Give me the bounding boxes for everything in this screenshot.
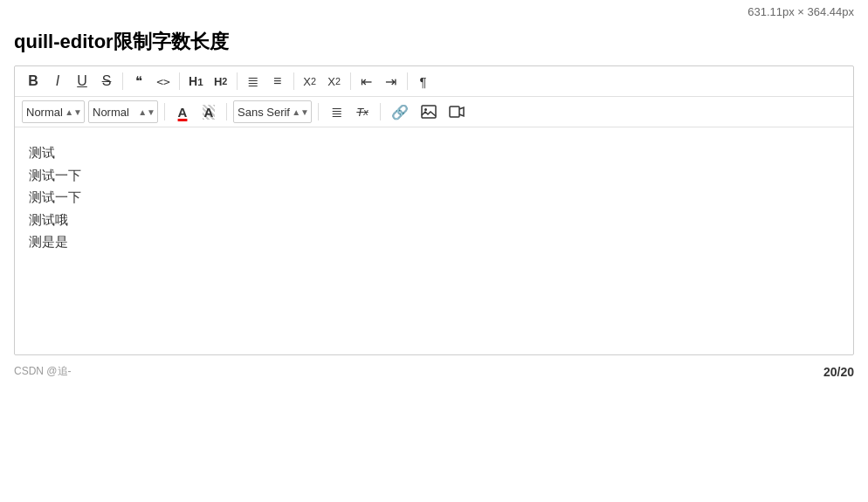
highlight-button[interactable]: A: [197, 100, 220, 123]
toolbar-row2: Normal Small Large Huge ▲▼ Normal Serif …: [15, 97, 853, 127]
highlight-label: A: [203, 105, 216, 120]
quill-editor: B I U S ❝ <> H1 H2 ≣ ≡ X2 X2 ⇤ ⇥ ¶ Norma…: [14, 65, 854, 355]
fontfamily-select[interactable]: Sans Serif Serif Monospace: [233, 100, 312, 123]
unordered-list-button[interactable]: ≡: [266, 70, 289, 93]
align-button[interactable]: ≣: [325, 100, 348, 123]
underline-button[interactable]: U: [71, 70, 93, 93]
content-line-5: 测是是: [29, 230, 839, 253]
toolbar-row1: B I U S ❝ <> H1 H2 ≣ ≡ X2 X2 ⇤ ⇥ ¶: [15, 66, 853, 97]
content-line-4: 测试哦: [29, 209, 839, 231]
dimension-text: 631.11px × 364.44px: [747, 5, 854, 18]
svg-rect-0: [422, 106, 436, 118]
indent-right-button[interactable]: ⇥: [380, 70, 403, 93]
csdn-label: CSDN @追-: [14, 364, 72, 379]
content-line-3: 测试一下: [29, 186, 839, 209]
svg-rect-2: [450, 107, 459, 117]
svg-point-1: [424, 108, 427, 111]
superscript-button[interactable]: X2: [323, 70, 346, 93]
size-select-wrapper: Normal Small Large Huge ▲▼: [22, 100, 85, 123]
ordered-list-button[interactable]: ≣: [242, 70, 265, 93]
bottom-bar: CSDN @追- 20/20: [0, 359, 868, 384]
toolbar-divider-1: [122, 72, 123, 90]
page-title: quill-editor限制字数长度: [0, 22, 868, 65]
toolbar-divider-2: [179, 72, 180, 90]
h1-button[interactable]: H1: [184, 70, 208, 93]
strikethrough-button[interactable]: S: [95, 70, 118, 93]
font-select-wrapper: Normal Serif Monospace ▲▼: [88, 100, 158, 123]
font-color-label: A: [178, 105, 188, 120]
char-count-display: 20/20: [823, 365, 854, 379]
rtl-button[interactable]: ¶: [412, 70, 435, 93]
h2-button[interactable]: H2: [210, 70, 232, 93]
toolbar-divider-4: [293, 72, 294, 90]
font-select[interactable]: Normal Serif Monospace: [88, 100, 158, 123]
toolbar-divider-6: [407, 72, 408, 90]
code-button[interactable]: <>: [152, 70, 175, 93]
size-select[interactable]: Normal Small Large Huge: [22, 100, 85, 123]
toolbar-divider-9: [318, 103, 319, 120]
image-button[interactable]: [417, 100, 441, 123]
video-button[interactable]: [444, 100, 469, 123]
indent-left-button[interactable]: ⇤: [355, 70, 378, 93]
blockquote-button[interactable]: ❝: [127, 70, 150, 93]
dimension-display: 631.11px × 364.44px: [0, 0, 868, 22]
fontfamily-select-wrapper: Sans Serif Serif Monospace ▲▼: [233, 100, 312, 123]
subscript-button[interactable]: X2: [299, 70, 321, 93]
toolbar-divider-8: [226, 103, 227, 120]
toolbar-divider-7: [164, 103, 165, 120]
toolbar-divider-3: [237, 72, 238, 90]
bold-button[interactable]: B: [22, 70, 45, 93]
link-button[interactable]: 🔗: [387, 100, 413, 123]
content-line-2: 测试一下: [29, 164, 839, 187]
page-title-text: quill-editor限制字数长度: [14, 31, 229, 52]
toolbar-divider-10: [380, 103, 381, 120]
font-color-button[interactable]: A: [171, 100, 194, 123]
italic-button[interactable]: I: [46, 70, 69, 93]
editor-content-area[interactable]: 测试 测试一下 测试一下 测试哦 测是是: [15, 127, 853, 354]
clear-format-button[interactable]: Tx: [351, 100, 374, 123]
content-line-1: 测试: [29, 141, 839, 164]
toolbar-divider-5: [350, 72, 351, 90]
